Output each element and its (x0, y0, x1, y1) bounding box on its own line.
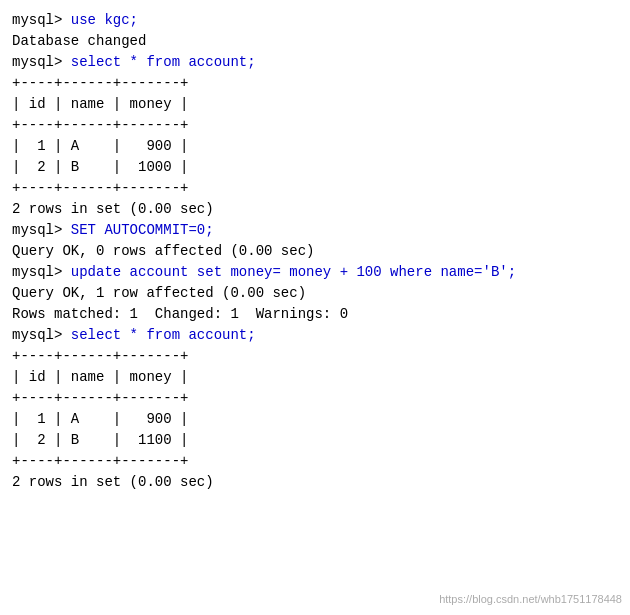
terminal-line: | 2 | B | 1000 | (12, 157, 618, 178)
terminal-line: +----+------+-------+ (12, 73, 618, 94)
terminal-line: mysql> select * from account; (12, 52, 618, 73)
terminal-line: +----+------+-------+ (12, 451, 618, 472)
terminal-line: | 2 | B | 1100 | (12, 430, 618, 451)
prompt-label: mysql> (12, 264, 71, 280)
terminal-line: mysql> SET AUTOCOMMIT=0; (12, 220, 618, 241)
terminal-line: | id | name | money | (12, 367, 618, 388)
terminal-line: +----+------+-------+ (12, 178, 618, 199)
command-text: use kgc; (71, 12, 138, 28)
terminal-line: Query OK, 1 row affected (0.00 sec) (12, 283, 618, 304)
prompt-label: mysql> (12, 327, 71, 343)
terminal-line: | 1 | A | 900 | (12, 409, 618, 430)
prompt-label: mysql> (12, 54, 71, 70)
terminal-line: +----+------+-------+ (12, 346, 618, 367)
command-text: select * from account; (71, 54, 256, 70)
terminal-line: 2 rows in set (0.00 sec) (12, 199, 618, 220)
terminal-line: mysql> select * from account; (12, 325, 618, 346)
prompt-label: mysql> (12, 12, 71, 28)
terminal-line: +----+------+-------+ (12, 115, 618, 136)
terminal-line: 2 rows in set (0.00 sec) (12, 472, 618, 493)
terminal-line: mysql> use kgc; (12, 10, 618, 31)
terminal-line: Query OK, 0 rows affected (0.00 sec) (12, 241, 618, 262)
command-text: update account set money= money + 100 wh… (71, 264, 516, 280)
watermark: https://blog.csdn.net/whb1751178448 (439, 591, 622, 608)
terminal-line: | 1 | A | 900 | (12, 136, 618, 157)
command-text: SET AUTOCOMMIT=0; (71, 222, 214, 238)
terminal-line: | id | name | money | (12, 94, 618, 115)
terminal-line: mysql> update account set money= money +… (12, 262, 618, 283)
command-text: select * from account; (71, 327, 256, 343)
terminal-line: Database changed (12, 31, 618, 52)
terminal-window: mysql> use kgc;Database changedmysql> se… (0, 0, 630, 615)
prompt-label: mysql> (12, 222, 71, 238)
terminal-output: mysql> use kgc;Database changedmysql> se… (12, 10, 618, 493)
terminal-line: Rows matched: 1 Changed: 1 Warnings: 0 (12, 304, 618, 325)
terminal-line: +----+------+-------+ (12, 388, 618, 409)
